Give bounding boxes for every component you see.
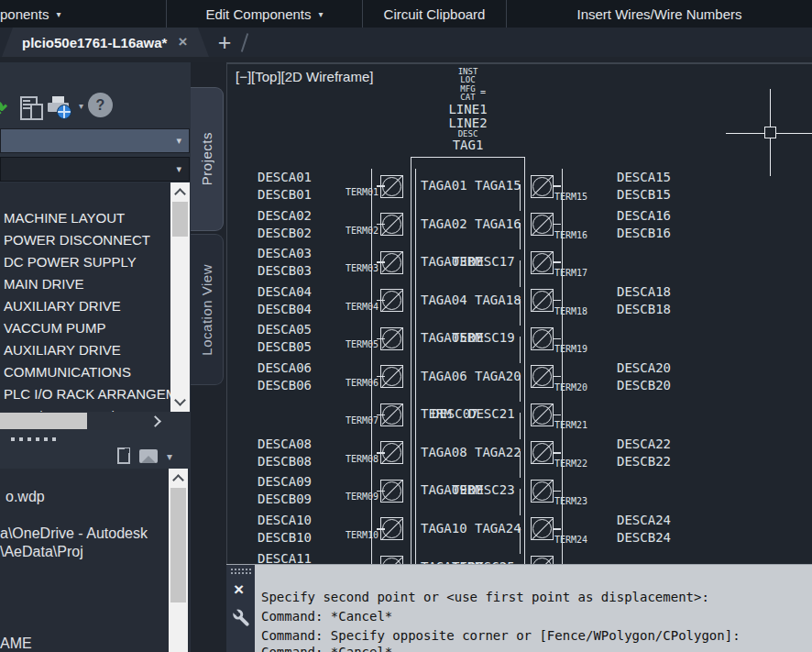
inner-connection-tick <box>520 451 521 478</box>
left-terminal-label: TERM09 <box>333 492 379 502</box>
project-selector-dropdown[interactable]: ▾ <box>0 128 190 153</box>
menu-item-ponents[interactable]: ponents▾ <box>0 0 167 28</box>
project-list-scrollbar[interactable] <box>170 182 190 412</box>
left-terminal-label: TERM03 <box>333 263 379 273</box>
chevron-down-icon: ▾ <box>319 9 324 19</box>
sidebar-tab-projects[interactable]: Projects <box>191 87 224 231</box>
right-desc-b: DESCB18 <box>617 303 671 316</box>
left-desc-b: DESCB04 <box>258 303 312 316</box>
right-desc-b: DESCB20 <box>617 379 671 392</box>
refresh-icon[interactable]: ⟳ <box>0 95 7 122</box>
right-terminal-label: TERM16 <box>554 230 587 240</box>
scroll-right-icon[interactable] <box>149 415 161 427</box>
scrollbar-thumb[interactable] <box>170 488 186 602</box>
crosshair-cursor <box>770 138 771 176</box>
project-drawing-list[interactable]: MACHINE LAYOUTPOWER DISCONNECTDC POWER S… <box>0 182 190 412</box>
left-desc-a: DESCA02 <box>258 209 312 223</box>
project-list-item-communications[interactable]: COMMUNICATIONS <box>4 361 131 383</box>
wire-stub <box>553 528 561 529</box>
plc-io-point-text: DESC23 <box>468 483 515 497</box>
left-desc-a: DESCA11 <box>258 552 312 565</box>
plc-io-point-text: TAGA18 <box>475 293 521 307</box>
left-desc-b: DESCB08 <box>258 455 312 469</box>
chevron-down-icon[interactable]: ▾ <box>167 450 172 463</box>
scroll-up-icon[interactable] <box>172 474 184 486</box>
terminal-symbol <box>531 517 554 540</box>
right-desc-a: DESCA18 <box>617 285 671 299</box>
project-list-item-auxiliary-drive[interactable]: AUXILIARY DRIVE <box>4 295 121 317</box>
details-view-icon[interactable] <box>117 448 130 464</box>
project-list-item-main-drive[interactable]: MAIN DRIVE <box>4 273 84 295</box>
scrollbar-thumb[interactable] <box>0 413 87 429</box>
left-desc-a: DESCA09 <box>258 475 312 489</box>
plc-io-point-text: TAGA15 <box>475 179 521 193</box>
menu-item-insert-wires-wire-numbers[interactable]: Insert Wires/Wire Numbers <box>507 0 812 28</box>
chevron-down-icon[interactable]: ▾ <box>79 101 83 111</box>
project-details-icon[interactable] <box>20 96 44 122</box>
left-desc-b: DESCB05 <box>258 340 312 354</box>
plc-attr-tag1: TAG1 <box>411 138 525 152</box>
project-list-item-plc-i-o-rack-1-slot-1-a[interactable]: PLC I/O RACK 1 / SLOT 1, A <box>4 405 181 412</box>
new-tab-button[interactable]: + <box>212 28 237 57</box>
wire-stub <box>553 185 561 186</box>
drawing-file-tab-label: plcio50e1761-L16awa* <box>22 35 167 50</box>
terminal-symbol <box>531 289 554 312</box>
wrench-icon[interactable] <box>230 607 253 630</box>
menu-item-circuit-clipboard[interactable]: Circuit Clipboard <box>363 0 507 28</box>
help-icon[interactable]: ? <box>88 93 113 117</box>
viewport-controls[interactable]: [−][Top][2D Wireframe] <box>236 69 373 84</box>
wire-stub <box>377 491 385 492</box>
terminal-symbol <box>531 480 554 503</box>
wire-stub <box>377 185 385 186</box>
chevron-down-icon: ▾ <box>56 9 60 19</box>
scroll-up-icon[interactable] <box>174 188 186 200</box>
plc-attr-line1: LINE1 <box>411 103 525 116</box>
right-desc-a: DESCA20 <box>617 361 671 375</box>
drawing-file-tab[interactable]: plcio50e1761-L16awa* × <box>2 28 209 57</box>
palette-splitter[interactable] <box>0 430 191 445</box>
drawing-canvas[interactable]: [−][Top][2D Wireframe] INST LOC MFG CAT … <box>226 62 812 564</box>
right-terminal-label: TERM19 <box>554 344 587 354</box>
plc-io-point-text: DESC17 <box>468 255 515 269</box>
project-list-item-power-disconnect[interactable]: POWER DISCONNECT <box>4 229 150 251</box>
sidebar-tab-location-view[interactable]: Location View <box>191 234 224 385</box>
mountain-shape <box>141 456 156 463</box>
wire-stub <box>377 261 385 262</box>
plc-io-point-text: TAGA20 <box>475 370 521 383</box>
details-scrollbar[interactable] <box>169 469 188 652</box>
inner-connection-tick <box>520 337 521 363</box>
plc-attr-loc: LOC <box>411 76 525 84</box>
menu-item-label: Insert Wires/Wire Numbers <box>576 6 741 22</box>
drag-grip-icon[interactable] <box>231 569 233 570</box>
tab-close-icon[interactable]: × <box>178 36 187 49</box>
print-web-publish-icon[interactable] <box>48 95 75 123</box>
project-list-item-plc-i-o-rack-arrangeme[interactable]: PLC I/O RACK ARRANGEME <box>4 383 186 405</box>
left-desc-a: DESCA06 <box>258 361 312 375</box>
plc-io-point-text: DESC21 <box>468 407 515 421</box>
project-list-item-auxiliary-drive[interactable]: AUXILIARY DRIVE <box>4 339 121 361</box>
terminal-symbol <box>531 556 554 564</box>
right-terminal-label: TERM20 <box>554 382 587 392</box>
terminal-symbol <box>531 175 554 198</box>
scrollbar-thumb[interactable] <box>172 202 188 237</box>
right-desc-b: DESCB15 <box>617 188 671 202</box>
command-line-window[interactable]: × Specify second point or <use first poi… <box>226 564 812 652</box>
project-list-item-machine-layout[interactable]: MACHINE LAYOUT <box>4 207 125 229</box>
sidebar-tab-label: Location View <box>199 264 214 356</box>
scroll-down-icon[interactable] <box>174 394 186 406</box>
drawing-list-dropdown[interactable]: ▾ <box>0 157 190 182</box>
wire-stub <box>553 261 561 262</box>
command-history-line: Specify second point or <use first point… <box>261 590 709 604</box>
project-list-item-vaccum-pump[interactable]: VACCUM PUMP <box>4 317 105 339</box>
wire-stub <box>377 452 385 453</box>
project-list-item-dc-power-supply[interactable]: DC POWER SUPPLY <box>4 251 137 273</box>
command-window-toolbar: × <box>226 565 255 652</box>
menu-item-edit-components[interactable]: Edit Components▾ <box>167 0 363 28</box>
plc-io-point-text: TAGA10 <box>421 522 467 536</box>
preview-view-icon[interactable] <box>139 449 158 463</box>
right-desc-b: DESCB22 <box>617 455 671 469</box>
close-icon[interactable]: × <box>234 580 244 600</box>
command-history-line: Command: *Cancel* <box>261 609 392 624</box>
wire-stub <box>377 414 385 415</box>
project-list-horizontal-scrollbar[interactable] <box>0 412 190 430</box>
